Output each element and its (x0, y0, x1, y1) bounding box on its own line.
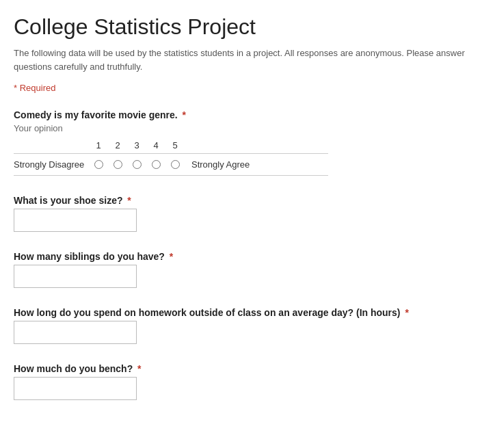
required-notice: * Required (14, 83, 481, 93)
scale-number-1: 1 (89, 140, 108, 150)
scale-radio-comedy_genre-2[interactable] (113, 160, 122, 169)
question-block-homework_hours: How long do you spend on homework outsid… (14, 307, 481, 344)
required-star-comedy_genre: * (180, 109, 186, 120)
question-label-siblings: How many siblings do you have? * (14, 251, 481, 262)
scale-number-5: 5 (165, 140, 185, 150)
scale-radio-wrap-5 (165, 160, 185, 169)
question-block-bench_press: How much do you bench? * (14, 363, 481, 400)
scale-radio-wrap-1 (89, 160, 108, 169)
scale-number-2: 2 (108, 140, 127, 150)
required-star-homework_hours: * (403, 307, 409, 318)
text-input-shoe_size[interactable] (14, 209, 137, 232)
scale-radio-comedy_genre-5[interactable] (171, 160, 180, 169)
scale-radios-comedy_genre (89, 160, 185, 169)
scale-container-comedy_genre: 12345Strongly DisagreeStrongly Agree (14, 140, 481, 176)
question-block-shoe_size: What is your shoe size? * (14, 195, 481, 232)
text-input-homework_hours[interactable] (14, 321, 137, 344)
question-label-shoe_size: What is your shoe size? * (14, 195, 481, 206)
question-block-comedy_genre: Comedy is my favorite movie genre. *Your… (14, 109, 481, 176)
required-star-shoe_size: * (124, 195, 131, 206)
scale-radio-wrap-2 (108, 160, 127, 169)
scale-right-label-comedy_genre: Strongly Agree (191, 159, 250, 170)
scale-radio-wrap-3 (127, 160, 146, 169)
required-star-bench_press: * (135, 363, 141, 374)
question-label-comedy_genre: Comedy is my favorite movie genre. * (14, 109, 481, 120)
scale-number-4: 4 (146, 140, 165, 150)
question-label-bench_press: How much do you bench? * (14, 363, 481, 374)
scale-radio-comedy_genre-4[interactable] (152, 160, 161, 169)
scale-radio-comedy_genre-3[interactable] (133, 160, 142, 169)
scale-numbers-comedy_genre: 12345 (89, 140, 481, 150)
scale-radio-comedy_genre-1[interactable] (94, 160, 103, 169)
required-star-siblings: * (167, 251, 173, 262)
text-input-bench_press[interactable] (14, 377, 137, 400)
scale-row-comedy_genre: Strongly DisagreeStrongly Agree (14, 153, 328, 176)
question-hint-comedy_genre: Your opinion (14, 123, 481, 133)
page-title: College Statistics Project (14, 14, 481, 40)
question-block-siblings: How many siblings do you have? * (14, 251, 481, 288)
question-label-homework_hours: How long do you spend on homework outsid… (14, 307, 481, 318)
text-input-siblings[interactable] (14, 265, 137, 288)
scale-radio-wrap-4 (146, 160, 165, 169)
page-description: The following data will be used by the s… (14, 47, 479, 73)
scale-number-3: 3 (127, 140, 146, 150)
scale-left-label-comedy_genre: Strongly Disagree (14, 159, 89, 170)
